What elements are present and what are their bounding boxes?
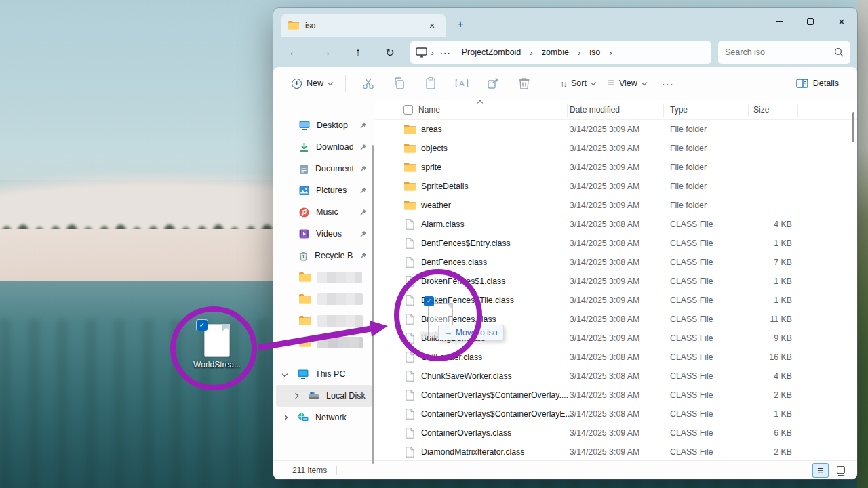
close-button[interactable]: ✕ (826, 8, 857, 35)
file-name-cell[interactable]: DiamondMatrixIterator.class (403, 443, 524, 460)
date-modified-cell: 3/14/2025 3:08 AM (570, 348, 639, 367)
table-row[interactable]: ContainerOverlays$ContainerOverlayE... 3… (375, 405, 857, 424)
table-row[interactable]: BentFences.class 3/14/2025 3:08 AM CLASS… (375, 253, 857, 272)
back-button[interactable]: ← (283, 41, 305, 63)
sidebar-item-redacted-folder[interactable] (276, 288, 372, 310)
table-row[interactable]: sprite 3/14/2025 3:09 AM File folder (375, 158, 857, 177)
new-button[interactable]: + New (285, 75, 338, 93)
sidebar-item-documents[interactable]: Documents (276, 158, 372, 180)
file-list-scrollbar[interactable] (852, 112, 854, 142)
file-name-cell[interactable]: BuildingDef.class (403, 329, 485, 348)
file-name-cell[interactable]: sprite (403, 158, 441, 177)
sidebar-item-desktop[interactable]: Desktop (276, 115, 372, 136)
breadcrumb[interactable]: › ··· ProjectZomboid › zombie › iso › (410, 41, 711, 64)
column-divider[interactable] (663, 104, 664, 117)
details-button[interactable]: Details (790, 75, 845, 92)
file-name-cell[interactable]: ContainerOverlays.class (403, 424, 511, 443)
file-name-cell[interactable]: BrokenFences.class (403, 310, 496, 329)
up-button[interactable]: ↑ (347, 41, 369, 63)
table-row[interactable]: DiamondMatrixIterator.class 3/14/2025 3:… (375, 443, 857, 460)
new-tab-button[interactable]: + (451, 16, 470, 35)
table-row[interactable]: areas 3/14/2025 3:09 AM File folder (375, 120, 857, 139)
desktop-file-icon-worldstreamer[interactable]: ✓ WorldStrea... (183, 319, 251, 369)
table-row[interactable]: BrokenFences$1.class 3/14/2025 3:09 AM C… (375, 272, 857, 291)
file-name-cell[interactable]: objects (403, 139, 448, 158)
column-header-type[interactable]: Type (670, 105, 688, 115)
share-button[interactable] (477, 77, 509, 90)
table-row[interactable]: Alarm.class 3/14/2025 3:08 AM CLASS File… (375, 215, 857, 234)
rename-button[interactable]: A (446, 77, 477, 90)
selected-checkbox-icon[interactable]: ✓ (197, 320, 208, 331)
file-name-cell[interactable]: CellLoader.class (403, 348, 482, 367)
file-name-cell[interactable]: areas (403, 120, 442, 139)
sidebar-item-redacted-folder[interactable] (276, 266, 372, 288)
table-row[interactable]: objects 3/14/2025 3:09 AM File folder (375, 139, 857, 158)
delete-button[interactable] (509, 77, 540, 90)
view-button-label: View (619, 79, 637, 88)
file-name-cell[interactable]: Alarm.class (403, 215, 465, 234)
paste-button[interactable] (415, 77, 446, 90)
breadcrumb-item-projectzomboid[interactable]: ProjectZomboid (456, 45, 527, 59)
table-row[interactable]: ContainerOverlays.class 3/14/2025 3:09 A… (375, 424, 857, 443)
copy-button[interactable] (384, 77, 415, 90)
refresh-button[interactable]: ↻ (378, 41, 401, 63)
file-name-cell[interactable]: ContainerOverlays$ContainerOverlay.... (403, 386, 568, 405)
column-divider[interactable] (748, 104, 749, 117)
table-row[interactable]: SpriteDetails 3/14/2025 3:09 AM File fol… (375, 177, 857, 196)
breadcrumb-item-iso[interactable]: iso (584, 45, 606, 59)
sidebar-item-recycle-bin[interactable]: Recycle Bin (276, 245, 372, 266)
search-input[interactable] (725, 47, 834, 57)
file-name-cell[interactable]: ContainerOverlays$ContainerOverlayE... (403, 405, 572, 424)
table-row[interactable]: CellLoader.class 3/14/2025 3:08 AM CLASS… (375, 348, 857, 367)
sidebar-item-local-disk-c[interactable]: Local Disk (C:) (276, 385, 372, 407)
table-row[interactable]: BentFences$Entry.class 3/14/2025 3:08 AM… (375, 234, 857, 253)
chevron-collapsed-icon[interactable] (293, 393, 298, 399)
file-page-icon[interactable] (204, 324, 230, 357)
table-row[interactable]: BuildingDef.class 3/14/2025 3:09 AM CLAS… (375, 329, 857, 348)
file-name-cell[interactable]: BentFences.class (403, 253, 487, 272)
breadcrumb-ellipsis[interactable]: ··· (437, 47, 454, 58)
svg-text:A: A (459, 79, 465, 87)
sidebar-item-music[interactable]: Music (276, 201, 372, 223)
sidebar-item-this-pc[interactable]: This PC (276, 363, 372, 385)
column-divider[interactable] (567, 104, 568, 117)
tab-close-icon[interactable]: ✕ (425, 19, 439, 33)
large-icons-view-toggle[interactable] (833, 463, 849, 478)
table-row[interactable]: BrokenFences.class 3/14/2025 3:08 AM CLA… (375, 310, 857, 329)
table-row[interactable]: BrokenFences$Tile.class 3/14/2025 3:09 A… (375, 291, 857, 310)
table-row[interactable]: ChunkSaveWorker.class 3/14/2025 3:08 AM … (375, 367, 857, 386)
file-name-cell[interactable]: BrokenFences$Tile.class (403, 291, 514, 310)
file-name-cell[interactable]: SpriteDetails (403, 177, 469, 196)
table-row[interactable]: ContainerOverlays$ContainerOverlay.... 3… (375, 386, 857, 405)
chevron-collapsed-icon[interactable] (282, 415, 288, 420)
search-box[interactable] (718, 41, 850, 64)
maximize-button[interactable] (795, 8, 826, 35)
sidebar-item-pictures[interactable]: Pictures (276, 180, 372, 201)
column-header-size[interactable]: Size (753, 105, 769, 115)
sidebar-item-videos[interactable]: Videos (276, 223, 372, 245)
forward-button[interactable]: → (315, 41, 337, 63)
sidebar-item-downloads[interactable]: Downloads (276, 136, 372, 158)
sidebar-item-network[interactable]: Network (276, 407, 372, 428)
column-header-name[interactable]: Name (418, 105, 440, 115)
file-name-cell[interactable]: BentFences$Entry.class (403, 234, 511, 253)
sidebar-scrollbar[interactable] (372, 145, 374, 464)
sidebar-item-redacted-folder[interactable] (276, 331, 372, 353)
column-divider[interactable] (797, 104, 798, 117)
cut-button[interactable] (353, 77, 384, 90)
table-row[interactable]: weather 3/14/2025 3:09 AM File folder (375, 196, 857, 215)
file-name-cell[interactable]: weather (403, 196, 451, 215)
breadcrumb-item-zombie[interactable]: zombie (536, 45, 574, 59)
file-name-cell[interactable]: ChunkSaveWorker.class (403, 367, 512, 386)
tab-iso[interactable]: iso ✕ (281, 14, 446, 37)
see-more-button[interactable]: ··· (652, 78, 684, 89)
sidebar-item-redacted-folder[interactable] (276, 310, 372, 331)
sort-button[interactable]: ↑↓ Sort (554, 75, 601, 93)
chevron-expanded-icon[interactable] (282, 371, 288, 377)
minimize-button[interactable] (764, 8, 795, 35)
view-button[interactable]: ≡ View (601, 73, 652, 94)
file-name-cell[interactable]: BrokenFences$1.class (403, 272, 505, 291)
details-view-toggle[interactable]: ≡ (812, 463, 829, 478)
select-all-checkbox[interactable] (403, 105, 413, 115)
column-header-date-modified[interactable]: Date modified (570, 105, 620, 115)
